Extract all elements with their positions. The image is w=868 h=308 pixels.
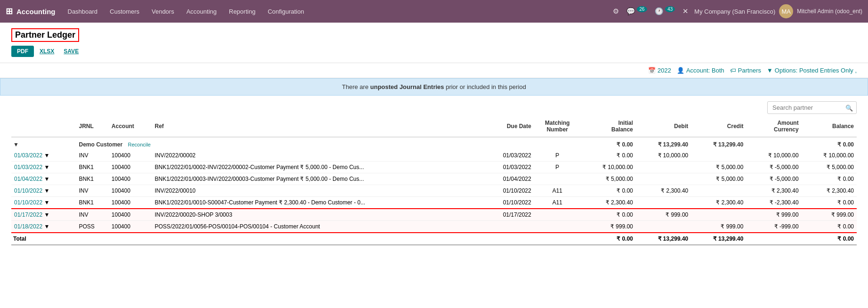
group-header-row: ▼ Demo Customer Reconcile ₹ 0.00 ₹ 13,29… xyxy=(11,137,857,150)
group-credit: ₹ 13,299.40 xyxy=(691,137,746,150)
cell-initial-balance: ₹ 999.00 xyxy=(581,221,636,233)
xlsx-button[interactable]: XLSX xyxy=(36,46,58,57)
cell-balance: ₹ 10,000.00 xyxy=(802,150,857,162)
reconcile-link[interactable]: Reconcile xyxy=(128,142,151,147)
dropdown-icon: ▼ xyxy=(42,199,49,206)
table-header: JRNL Account Ref Due Date MatchingNumber… xyxy=(11,116,857,137)
table-row: 01/10/2022 ▼ INV 100400 INV/2022/00010 0… xyxy=(11,185,857,197)
cell-debit: ₹ 2,300.40 xyxy=(636,185,691,197)
group-name-cell: Demo Customer Reconcile xyxy=(76,137,581,150)
options-filter[interactable]: ▼ Options: Posted Entries Only , xyxy=(767,67,857,74)
cell-matching: A11 xyxy=(534,185,581,197)
calendar-icon: 📅 xyxy=(648,67,656,74)
nav-vendors[interactable]: Vendors xyxy=(146,4,180,19)
nav-customers[interactable]: Customers xyxy=(104,4,145,19)
cell-due-date: 01/10/2022 xyxy=(482,197,534,209)
col-ref: Ref xyxy=(152,116,482,137)
cell-initial-balance: ₹ 5,000.00 xyxy=(581,173,636,185)
cell-ref: BNK1/2022/01/0003-INV/2022/00003-Custome… xyxy=(152,173,482,185)
cell-matching: P xyxy=(534,150,581,162)
cell-account: 100400 xyxy=(109,185,152,197)
warning-text-post: prior or included in this period xyxy=(446,83,526,90)
warning-text-pre: There are xyxy=(342,83,370,90)
cell-balance: ₹ 0.00 xyxy=(802,197,857,209)
avatar[interactable]: MA xyxy=(779,4,793,18)
cell-jrnl: INV xyxy=(76,209,109,221)
total-credit: ₹ 13,299.40 xyxy=(691,233,746,245)
cell-account: 100400 xyxy=(109,150,152,162)
cell-matching xyxy=(534,221,581,233)
group-customer-name: Demo Customer xyxy=(79,141,123,148)
toolbar: PDF XLSX SAVE xyxy=(11,46,857,57)
cell-amount-currency: ₹ 10,000.00 xyxy=(746,150,801,162)
cell-initial-balance: ₹ 0.00 xyxy=(581,150,636,162)
group-initial-balance: ₹ 0.00 xyxy=(581,137,636,150)
cell-ref: INV/2022/00020-SHOP 3/0003 xyxy=(152,209,482,221)
cell-date: 01/10/2022 ▼ xyxy=(11,185,76,197)
save-button[interactable]: SAVE xyxy=(60,46,82,57)
nav-menu: Dashboard Customers Vendors Accounting R… xyxy=(62,4,609,19)
cell-debit xyxy=(636,173,691,185)
person-icon: 👤 xyxy=(677,67,684,74)
app-brand[interactable]: ⊞ Accounting xyxy=(6,6,56,16)
cell-credit: ₹ 999.00 xyxy=(691,221,746,233)
account-filter[interactable]: 👤 Account: Both xyxy=(677,67,724,74)
nav-accounting[interactable]: Accounting xyxy=(181,4,222,19)
notification-icon-wrapper: 💬 26 xyxy=(625,5,649,17)
col-credit: Credit xyxy=(691,116,746,137)
activity-icon[interactable]: 🕐 xyxy=(653,5,665,17)
settings-icon[interactable]: ⚙ xyxy=(611,5,621,17)
notification-icon[interactable]: 💬 xyxy=(625,5,637,17)
options-filter-label: Options: Posted Entries Only , xyxy=(775,67,857,74)
cell-credit: ₹ 5,000.00 xyxy=(691,173,746,185)
col-debit: Debit xyxy=(636,116,691,137)
cell-date: 01/17/2022 ▼ xyxy=(11,209,76,221)
year-filter[interactable]: 📅 2022 xyxy=(648,67,671,74)
col-date xyxy=(11,116,76,137)
cell-credit xyxy=(691,150,746,162)
table-body: ▼ Demo Customer Reconcile ₹ 0.00 ₹ 13,29… xyxy=(11,137,857,245)
col-due-date: Due Date xyxy=(482,116,534,137)
account-filter-label: Account: Both xyxy=(686,67,724,74)
collapse-arrow[interactable]: ▼ xyxy=(11,137,76,150)
total-amount-currency xyxy=(746,233,801,245)
col-matching: MatchingNumber xyxy=(534,116,581,137)
cell-ref: BNK1/2022/01/0010-S00047-Customer Paymen… xyxy=(152,197,482,209)
cell-account: 100400 xyxy=(109,173,152,185)
pdf-button[interactable]: PDF xyxy=(11,46,34,57)
partners-filter-label: Partners xyxy=(738,67,761,74)
cell-due-date: 01/04/2022 xyxy=(482,173,534,185)
cell-jrnl: INV xyxy=(76,185,109,197)
cell-amount-currency: ₹ -999.00 xyxy=(746,221,801,233)
total-balance: ₹ 0.00 xyxy=(802,233,857,245)
cell-debit xyxy=(636,162,691,173)
dropdown-icon: ▼ xyxy=(42,152,49,159)
total-row: Total ₹ 0.00 ₹ 13,299.40 ₹ 13,299.40 ₹ 0… xyxy=(11,233,857,245)
nav-reporting[interactable]: Reporting xyxy=(223,4,261,19)
cell-date: 01/04/2022 ▼ xyxy=(11,173,76,185)
activity-icon-wrapper: 🕐 43 xyxy=(653,5,677,17)
user-name: Mitchell Admin (odoo_ent) xyxy=(797,8,862,15)
cell-balance: ₹ 5,000.00 xyxy=(802,162,857,173)
cell-ref: BNK1/2022/01/0002-INV/2022/00002-Custome… xyxy=(152,162,482,173)
dropdown-icon: ▼ xyxy=(42,187,49,194)
cell-amount-currency: ₹ 2,300.40 xyxy=(746,185,801,197)
partners-filter[interactable]: 🏷 Partners xyxy=(730,67,761,74)
table-row: 01/18/2022 ▼ POSS 100400 POSS/2022/01/00… xyxy=(11,221,857,233)
total-initial-balance: ₹ 0.00 xyxy=(581,233,636,245)
nav-dashboard[interactable]: Dashboard xyxy=(62,4,104,19)
cell-amount-currency: ₹ 999.00 xyxy=(746,209,801,221)
cell-balance: ₹ 2,300.40 xyxy=(802,185,857,197)
cell-amount-currency: ₹ -2,300.40 xyxy=(746,197,801,209)
cell-amount-currency: ₹ -5,000.00 xyxy=(746,162,801,173)
close-icon[interactable]: ✕ xyxy=(681,5,690,17)
col-initial-balance: InitialBalance xyxy=(581,116,636,137)
total-label: Total xyxy=(11,233,581,245)
search-wrapper: 🔍 xyxy=(767,101,857,114)
page-header: Partner Ledger PDF XLSX SAVE xyxy=(0,23,868,63)
nav-configuration[interactable]: Configuration xyxy=(262,4,309,19)
search-input[interactable] xyxy=(767,101,857,114)
cell-date: 01/03/2022 ▼ xyxy=(11,162,76,173)
cell-balance: ₹ 999.00 xyxy=(802,209,857,221)
total-debit: ₹ 13,299.40 xyxy=(636,233,691,245)
